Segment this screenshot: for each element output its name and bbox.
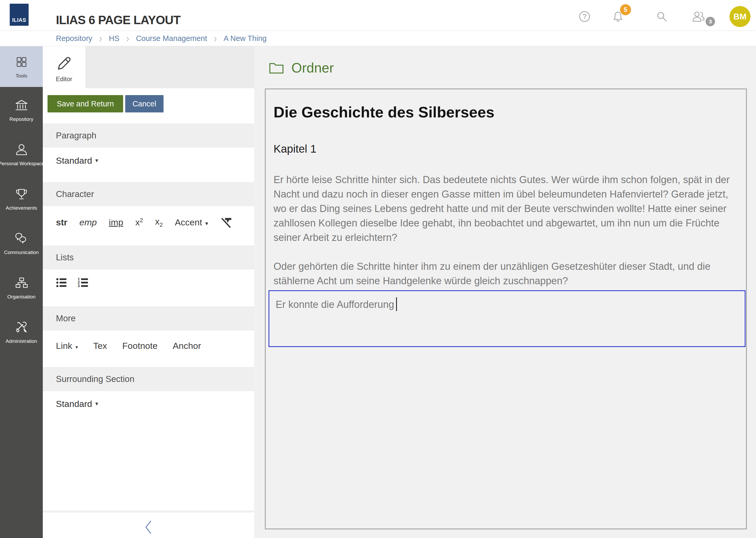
breadcrumb-course-management[interactable]: Course Management [136,34,207,43]
sidebar-item-label: Repository [10,116,33,122]
text-caret [396,297,397,311]
sidebar-item-repository[interactable]: Repository [0,89,43,131]
ilias-app: ILIAS ILIAS 6 PAGE LAYOUT ? 5 3 BM Repos… [0,0,756,538]
emphasis-button[interactable]: emp [79,217,97,228]
avatar-initials: BM [733,12,746,22]
collapse-panel-icon[interactable] [143,519,154,535]
chevron-down-icon: ▾ [205,220,208,227]
surrounding-style-value: Standard [56,399,92,409]
anchor-button[interactable]: Anchor [173,341,201,351]
cancel-button[interactable]: Cancel [125,95,164,112]
breadcrumb-hs[interactable]: HS [109,34,119,43]
more-toolbar: Link▾ Tex Footnote Anchor [43,337,254,355]
lists-toolbar: 123 [43,274,254,292]
link-dropdown[interactable]: Link▾ [56,341,78,351]
ilias-logo-text: ILIAS [12,17,26,23]
tab-editor-label: Editor [56,76,72,83]
panel-footer-divider [43,511,254,512]
bank-icon [14,98,29,113]
breadcrumb-a-new-thing[interactable]: A New Thing [224,34,267,43]
chat-bubbles-icon [14,231,29,246]
section-surrounding-header: Surrounding Section [43,367,254,391]
object-header: Ordner [269,60,334,76]
search-icon[interactable] [655,10,668,23]
accent-dropdown[interactable]: Accent▾ [175,217,208,228]
section-paragraph-header: Paragraph [43,124,254,148]
character-toolbar: str emp imp x2 x2 Accent▾ [43,213,254,232]
sidebar-item-communication[interactable]: Communication [0,222,43,265]
section-more-header: More [43,306,254,331]
important-button[interactable]: imp [109,217,123,228]
surrounding-style-dropdown[interactable]: Standard▾ [43,395,254,413]
breadcrumb-separator-icon: › [126,32,129,45]
strong-button[interactable]: str [56,217,67,228]
section-lists-header: Lists [43,245,254,270]
panel-tab-strip: Editor [43,46,254,88]
subscript-button[interactable]: x2 [155,216,163,228]
contacts-count-badge: 3 [706,17,715,26]
chevron-down-icon: ▾ [75,345,78,350]
breadcrumb-separator-icon: › [214,32,217,45]
edit-area-text: Er konnte die Aufforderung [276,299,394,310]
sidebar-item-organisation[interactable]: Organisation [0,266,43,309]
trophy-icon [14,187,29,201]
pencil-icon [54,52,74,73]
grid-icon [14,55,29,69]
superscript-button[interactable]: x2 [135,217,143,228]
section-character-header: Character [43,182,254,206]
document-paragraph[interactable]: Er hörte leise Schritte hinter sich. Das… [273,173,735,245]
sidebar-item-label: Organisation [7,294,36,300]
sidebar-item-personal-workspace[interactable]: Personal Workspace [0,133,43,176]
tex-button[interactable]: Tex [93,341,107,351]
breadcrumb-repository[interactable]: Repository [56,34,92,43]
numbered-list-icon[interactable]: 123 [77,277,89,289]
help-icon[interactable]: ? [578,10,591,23]
chevron-down-icon: ▾ [95,400,98,407]
contacts-icon[interactable] [691,10,706,24]
clear-format-icon[interactable] [220,216,232,228]
user-avatar[interactable]: BM [730,6,750,27]
svg-text:3: 3 [78,284,80,288]
orgchart-icon [14,276,29,290]
bullet-list-icon[interactable] [56,277,68,289]
tab-editor[interactable]: Editor [43,46,85,88]
object-title: Ordner [291,60,334,76]
page-title: ILIAS 6 PAGE LAYOUT [56,13,180,27]
breadcrumb: Repository › HS › Course Management › A … [0,31,756,46]
sidebar-item-achievements[interactable]: Achievements [0,178,43,220]
wrench-screwdriver-icon [14,320,29,335]
sidebar-item-label: Achievements [6,205,37,211]
document-paragraph[interactable]: Oder gehörten die Schritte hinter ihm zu… [273,259,735,288]
svg-text:?: ? [583,13,587,21]
editor-panel: Editor Save and Return Cancel Paragraph … [43,46,254,538]
footnote-button[interactable]: Footnote [122,341,158,351]
person-icon [14,142,29,157]
top-header: ILIAS ILIAS 6 PAGE LAYOUT ? 5 3 BM [0,0,756,31]
breadcrumb-separator-icon: › [99,32,102,45]
notification-count-badge: 5 [620,4,631,15]
document-title[interactable]: Die Geschichte des Silbersees [273,103,735,121]
active-edit-area[interactable]: Er konnte die Aufforderung [268,290,745,347]
main-sidebar: Tools Repository Personal Workspace Achi… [0,46,43,538]
save-and-return-button[interactable]: Save and Return [48,95,123,112]
page-editor-canvas[interactable]: Die Geschichte des Silbersees Kapitel 1 … [265,88,747,529]
folder-icon [269,62,284,74]
sidebar-item-label: Personal Workspace [0,161,44,167]
ilias-logo[interactable]: ILIAS [10,4,28,26]
paragraph-style-dropdown[interactable]: Standard▾ [43,151,254,170]
document-chapter-heading[interactable]: Kapitel 1 [273,143,735,155]
sidebar-item-label: Tools [16,73,27,79]
main-content: Ordner Die Geschichte des Silbersees Kap… [254,46,756,538]
sidebar-item-administration[interactable]: Administration [0,311,43,353]
sidebar-item-label: Administration [6,338,37,344]
sidebar-item-label: Communication [4,249,39,255]
chevron-down-icon: ▾ [95,157,98,164]
sidebar-item-tools[interactable]: Tools [0,46,43,87]
paragraph-style-value: Standard [56,155,92,166]
